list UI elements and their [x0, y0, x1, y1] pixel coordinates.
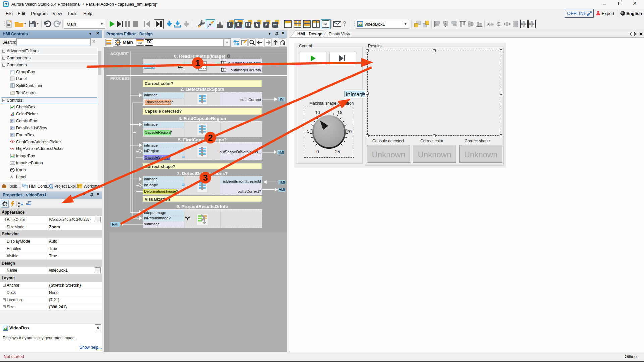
svg-text:ab: ab	[11, 162, 14, 165]
svg-text:Z: Z	[18, 204, 20, 207]
svg-text:A: A	[18, 201, 20, 204]
svg-text:xy: xy	[11, 70, 13, 72]
